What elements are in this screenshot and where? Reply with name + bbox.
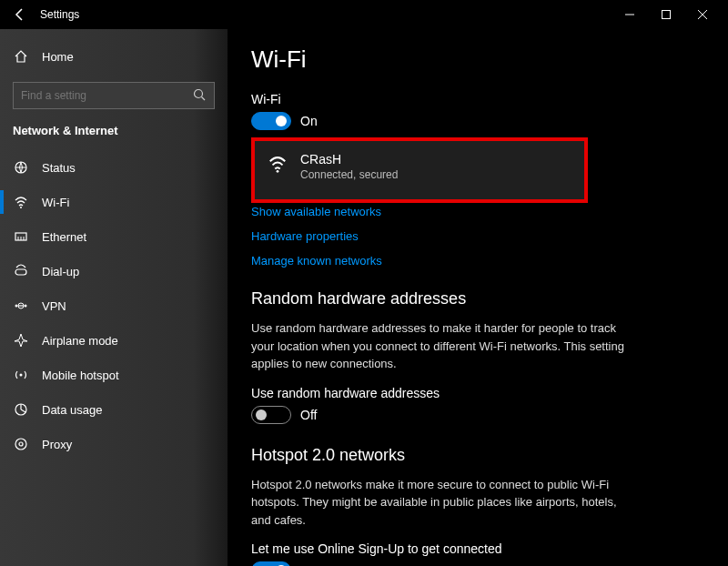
- search-icon: [193, 88, 206, 101]
- network-name: CRasH: [300, 152, 398, 167]
- proxy-icon: [13, 436, 29, 452]
- search-box[interactable]: [13, 82, 215, 109]
- sidebar-home[interactable]: Home: [0, 40, 228, 73]
- sidebar-section-title: Network & Internet: [0, 118, 228, 150]
- sidebar-item-label: Airplane mode: [42, 334, 118, 348]
- svg-point-15: [25, 305, 27, 308]
- link-manage-known[interactable]: Manage known networks: [251, 254, 728, 268]
- content: Wi-Fi Wi-Fi On CRasH Connected, secured …: [228, 29, 728, 566]
- link-hardware-properties[interactable]: Hardware properties: [251, 229, 728, 243]
- hotspot-toggle-label: Let me use Online Sign-Up to get connect…: [251, 541, 728, 556]
- sidebar-item-label: Data usage: [42, 403, 103, 417]
- link-show-available[interactable]: Show available networks: [251, 205, 728, 218]
- page-title: Wi-Fi: [251, 45, 728, 74]
- current-network-card[interactable]: CRasH Connected, secured: [251, 137, 588, 203]
- svg-point-8: [20, 207, 22, 208]
- sidebar-item-label: Proxy: [42, 438, 72, 451]
- minimize-icon: [625, 10, 634, 19]
- sidebar-item-hotspot[interactable]: Mobile hotspot: [0, 358, 228, 392]
- sidebar-item-label: Mobile hotspot: [42, 369, 119, 382]
- close-button[interactable]: [684, 2, 721, 27]
- sidebar-item-proxy[interactable]: Proxy: [0, 427, 228, 461]
- svg-line-5: [202, 97, 206, 101]
- window-title: Settings: [40, 8, 79, 21]
- hotspot-desc: Hotspot 2.0 networks make it more secure…: [251, 476, 633, 530]
- svg-point-21: [19, 442, 23, 446]
- close-icon: [698, 10, 707, 19]
- ethernet-icon: [13, 228, 29, 245]
- svg-rect-1: [662, 11, 671, 19]
- datausage-icon: [13, 401, 29, 418]
- minimize-button[interactable]: [612, 2, 648, 27]
- sidebar-item-label: Wi-Fi: [42, 196, 69, 209]
- wifi-toggle-state: On: [300, 114, 318, 128]
- sidebar-item-label: Status: [42, 161, 76, 175]
- sidebar-item-vpn[interactable]: VPN: [0, 288, 228, 323]
- status-icon: [13, 159, 29, 176]
- dialup-icon: [13, 263, 29, 279]
- random-toggle-state: Off: [300, 408, 317, 422]
- vpn-icon: [13, 298, 29, 314]
- sidebar-item-label: Dial-up: [42, 265, 79, 278]
- hotspot-toggle[interactable]: [251, 561, 291, 566]
- sidebar-item-wifi[interactable]: Wi-Fi: [0, 185, 228, 219]
- sidebar-item-label: Ethernet: [42, 230, 86, 244]
- maximize-icon: [662, 10, 671, 19]
- svg-point-20: [15, 439, 26, 450]
- sidebar-home-label: Home: [42, 50, 74, 64]
- sidebar-item-label: VPN: [42, 299, 66, 313]
- wifi-icon: [13, 194, 29, 210]
- svg-point-14: [15, 305, 18, 308]
- sidebar-item-dialup[interactable]: Dial-up: [0, 254, 228, 288]
- sidebar-item-ethernet[interactable]: Ethernet: [0, 219, 228, 254]
- airplane-icon: [13, 332, 29, 349]
- wifi-toggle[interactable]: [251, 112, 291, 130]
- random-heading: Random hardware addresses: [251, 289, 728, 308]
- random-toggle[interactable]: [251, 406, 291, 424]
- svg-rect-13: [15, 269, 26, 275]
- svg-point-18: [20, 374, 23, 377]
- sidebar-item-airplane[interactable]: Airplane mode: [0, 323, 228, 358]
- back-button[interactable]: [7, 2, 33, 27]
- sidebar-item-datausage[interactable]: Data usage: [0, 392, 228, 427]
- hotspot-icon: [13, 367, 29, 383]
- hotspot-heading: Hotspot 2.0 networks: [251, 446, 728, 465]
- arrow-left-icon: [14, 8, 26, 21]
- home-icon: [13, 48, 29, 65]
- sidebar-item-status[interactable]: Status: [0, 150, 228, 185]
- svg-point-4: [195, 90, 203, 98]
- search-input[interactable]: [13, 82, 215, 109]
- wifi-signal-icon: [268, 154, 289, 176]
- maximize-button[interactable]: [648, 2, 684, 27]
- network-status: Connected, secured: [300, 168, 398, 181]
- random-desc: Use random hardware addresses to make it…: [251, 319, 633, 373]
- random-toggle-label: Use random hardware addresses: [251, 386, 728, 400]
- titlebar: Settings: [0, 0, 728, 29]
- wifi-label: Wi-Fi: [251, 92, 728, 106]
- svg-point-22: [277, 170, 279, 173]
- sidebar: Home Network & Internet Status Wi-Fi Eth…: [0, 29, 228, 566]
